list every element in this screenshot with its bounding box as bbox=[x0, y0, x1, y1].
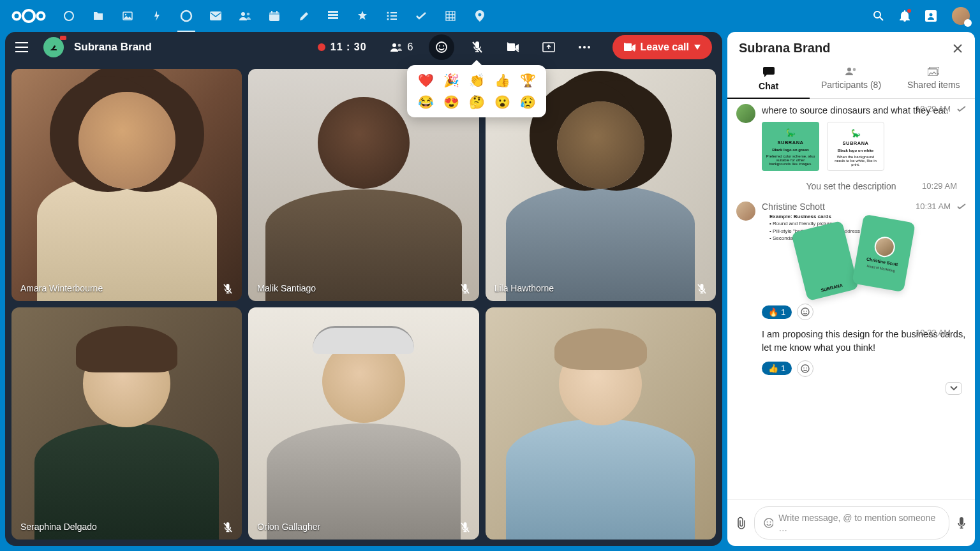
people-icon bbox=[390, 42, 403, 52]
app-bookmarks-icon[interactable] bbox=[356, 10, 369, 22]
message-input[interactable]: Write message, @ to mention someone … bbox=[754, 506, 949, 540]
hamburger-icon[interactable] bbox=[15, 42, 28, 52]
svg-rect-13 bbox=[276, 11, 278, 13]
participant-count[interactable]: 6 bbox=[390, 41, 413, 53]
voice-message-button[interactable] bbox=[957, 517, 966, 529]
add-reaction-button[interactable] bbox=[797, 304, 813, 320]
svg-point-2 bbox=[38, 13, 45, 20]
message-time: 10:31 AM bbox=[916, 202, 951, 211]
svg-point-59 bbox=[770, 522, 771, 523]
video-tile[interactable]: Orion Gallagher bbox=[248, 307, 479, 540]
app-contacts-icon[interactable] bbox=[239, 10, 251, 22]
reaction-chip[interactable]: 🔥1 bbox=[762, 305, 792, 319]
app-mail-icon[interactable] bbox=[209, 10, 222, 22]
add-reaction-button[interactable] bbox=[797, 360, 813, 377]
tab-shared[interactable]: Shared items bbox=[893, 58, 975, 98]
reaction-trophy[interactable]: 🏆 bbox=[518, 73, 537, 88]
conversation-avatar[interactable] bbox=[43, 37, 64, 57]
close-icon[interactable] bbox=[952, 43, 963, 54]
brand-preview-white[interactable]: 🦕 SUBRANA Black logo on white When the b… bbox=[827, 122, 884, 171]
app-talk-icon[interactable] bbox=[180, 10, 193, 22]
business-card-preview[interactable]: Example: Business cards • Round and frie… bbox=[787, 214, 921, 297]
app-notes-icon[interactable] bbox=[297, 10, 310, 22]
reaction-heart[interactable]: ❤️ bbox=[416, 73, 435, 88]
screen-share-icon bbox=[542, 42, 555, 52]
sidebar-tabs: Chat Participants (8) Shared items bbox=[727, 58, 975, 99]
app-activity-icon[interactable] bbox=[151, 10, 163, 22]
reaction-thumbsup[interactable]: 👍 bbox=[493, 73, 512, 88]
reaction-chip[interactable]: 👍1 bbox=[762, 362, 792, 375]
notifications-icon[interactable] bbox=[900, 10, 910, 22]
svg-rect-14 bbox=[328, 11, 338, 13]
svg-point-31 bbox=[397, 44, 401, 47]
svg-point-9 bbox=[247, 13, 250, 16]
recording-indicator: 11 : 30 bbox=[318, 41, 367, 53]
app-deck-icon[interactable] bbox=[327, 10, 339, 22]
reaction-picker: ❤️ 🎉 👏 👍 🏆 😂 😍 🤔 😮 😥 bbox=[407, 65, 546, 117]
tab-chat-label: Chat bbox=[759, 81, 778, 91]
reaction-surprise[interactable]: 😮 bbox=[493, 94, 512, 110]
mute-mic-button[interactable] bbox=[464, 34, 490, 60]
app-dashboard-icon[interactable] bbox=[63, 10, 75, 22]
svg-rect-15 bbox=[328, 14, 338, 16]
app-maps-icon[interactable] bbox=[473, 10, 486, 22]
video-tile[interactable]: Seraphina Delgado bbox=[11, 307, 242, 540]
app-tasks-icon[interactable] bbox=[415, 10, 427, 22]
reaction-hearteyes[interactable]: 😍 bbox=[442, 94, 461, 110]
screen-share-button[interactable] bbox=[536, 34, 561, 60]
sidebar-title: Subrana Brand bbox=[739, 41, 952, 55]
chat-icon bbox=[763, 67, 775, 77]
attachment-row: 🦕 SUBRANA Black logo on green Preferred … bbox=[762, 122, 966, 171]
message-avatar[interactable] bbox=[736, 202, 755, 221]
message-time: 10:29 AM bbox=[916, 104, 951, 114]
mic-muted-icon bbox=[223, 283, 233, 295]
message-avatar[interactable] bbox=[736, 104, 755, 123]
svg-point-48 bbox=[853, 68, 856, 71]
svg-point-34 bbox=[443, 45, 444, 47]
reaction-thinking[interactable]: 🤔 bbox=[467, 94, 486, 110]
svg-rect-27 bbox=[15, 42, 28, 43]
reaction-party[interactable]: 🎉 bbox=[442, 73, 461, 88]
svg-rect-12 bbox=[271, 11, 272, 13]
svg-point-17 bbox=[387, 12, 389, 14]
app-calendar-icon[interactable] bbox=[268, 10, 281, 22]
chat-message: I am proposing this design for the busin… bbox=[762, 328, 966, 377]
svg-point-55 bbox=[803, 367, 805, 369]
reaction-sad[interactable]: 😥 bbox=[518, 94, 537, 110]
chat-sidebar: Subrana Brand Chat Participants (8) Shar… bbox=[727, 32, 975, 546]
video-tile-self[interactable] bbox=[486, 307, 716, 540]
app-files-icon[interactable] bbox=[92, 10, 105, 22]
brand-preview-green[interactable]: 🦕 SUBRANA Black logo on green Preferred … bbox=[762, 122, 819, 171]
camera-off-button[interactable] bbox=[500, 34, 526, 60]
participant-count-value: 6 bbox=[408, 41, 413, 53]
nextcloud-logo[interactable] bbox=[10, 6, 47, 26]
people-icon bbox=[845, 67, 858, 76]
chevron-down-icon bbox=[694, 45, 701, 50]
tab-participants[interactable]: Participants (8) bbox=[810, 58, 892, 98]
app-list-icon[interactable] bbox=[385, 10, 398, 22]
contacts-menu-icon[interactable] bbox=[925, 10, 937, 22]
attach-file-button[interactable] bbox=[736, 517, 746, 529]
user-avatar[interactable] bbox=[952, 7, 970, 25]
message-time: 10:29 AM bbox=[922, 181, 957, 191]
svg-rect-11 bbox=[269, 12, 279, 15]
more-options-button[interactable] bbox=[572, 34, 597, 60]
app-tables-icon[interactable] bbox=[444, 10, 457, 22]
reactions-button[interactable] bbox=[429, 34, 454, 60]
mic-muted-icon bbox=[223, 522, 233, 533]
leave-call-button[interactable]: Leave call bbox=[612, 35, 713, 59]
svg-point-56 bbox=[806, 367, 807, 369]
app-photos-icon[interactable] bbox=[121, 10, 134, 22]
svg-rect-22 bbox=[390, 18, 397, 20]
scroll-down-button[interactable] bbox=[946, 382, 962, 395]
reaction-clap[interactable]: 👏 bbox=[467, 73, 486, 88]
reaction-joy[interactable]: 😂 bbox=[416, 94, 435, 110]
leave-call-label: Leave call bbox=[641, 41, 690, 53]
svg-point-52 bbox=[803, 311, 805, 312]
tab-chat[interactable]: Chat bbox=[727, 58, 810, 99]
video-grid: Amara Winterbourne Malik Santiago Lila H… bbox=[5, 62, 722, 546]
message-read-icon bbox=[957, 203, 966, 210]
video-tile[interactable]: Amara Winterbourne bbox=[11, 69, 242, 301]
search-icon[interactable] bbox=[873, 10, 884, 22]
call-duration: 11 : 30 bbox=[330, 41, 367, 53]
